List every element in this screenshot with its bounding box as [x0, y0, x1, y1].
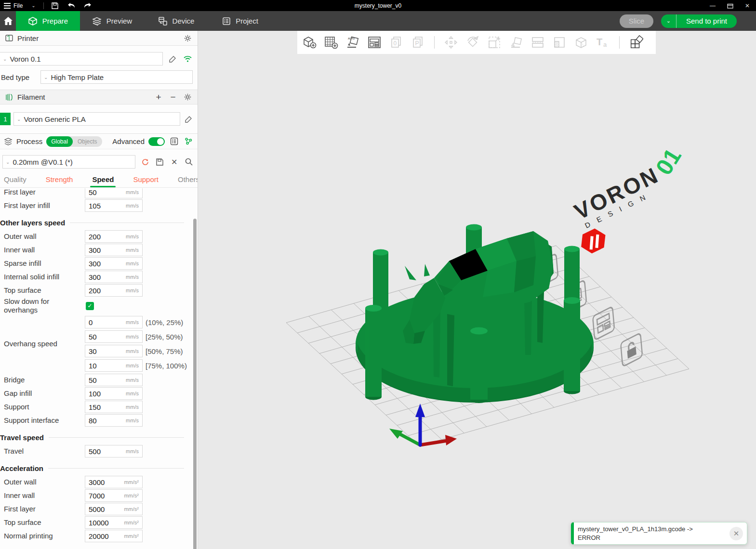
remove-filament-icon[interactable]: −: [168, 92, 178, 103]
setting-input[interactable]: 7000mm/s²: [85, 489, 143, 502]
slice-button[interactable]: Slice: [620, 14, 653, 28]
section-title: Travel speed: [0, 433, 44, 442]
minimize-button[interactable]: —: [704, 0, 721, 11]
redo-icon[interactable]: [80, 0, 96, 11]
setting-input[interactable]: 300mm/s: [85, 244, 143, 256]
range-note: (10%, 25%): [146, 318, 183, 327]
setting-input[interactable]: 300mm/s: [85, 257, 143, 270]
setting-input[interactable]: 5000mm/s²: [85, 503, 143, 515]
save-icon[interactable]: [47, 0, 63, 11]
setting-input[interactable]: 150mm/s: [85, 401, 143, 413]
scope-global-tab[interactable]: Global: [46, 136, 73, 147]
dropdown-chevron-icon: ⌄: [44, 75, 48, 80]
home-button[interactable]: [0, 11, 16, 31]
nav-tab-preview[interactable]: Preview: [80, 11, 144, 31]
setting-unit: mm/s: [126, 319, 139, 325]
setting-input[interactable]: 200mm/s: [85, 230, 143, 243]
add-filament-icon[interactable]: +: [153, 92, 164, 103]
printer-settings-gear-icon[interactable]: [182, 33, 193, 43]
svg-text:a: a: [603, 41, 607, 48]
setting-label: Gap infill: [4, 389, 85, 398]
process-scope-switch: Global Objects: [46, 136, 102, 147]
advanced-toggle[interactable]: [148, 137, 165, 146]
clear-profile-icon[interactable]: ✕: [170, 157, 179, 167]
add-model-icon[interactable]: [302, 35, 317, 50]
setting-row: Normal printing20000mm/s²: [0, 529, 193, 543]
scope-objects-tab[interactable]: Objects: [73, 136, 102, 147]
setting-value: 0: [89, 318, 126, 327]
nav-tab-label: Preview: [106, 17, 132, 25]
reset-profile-icon[interactable]: [140, 157, 150, 167]
maximize-button[interactable]: [721, 0, 739, 11]
viewport-toolbar: AUTO0PTa: [297, 31, 656, 54]
file-menu[interactable]: File: [0, 0, 27, 11]
svg-text:T: T: [597, 37, 602, 47]
search-settings-icon[interactable]: [184, 157, 194, 167]
setting-input[interactable]: 3000mm/s²: [85, 476, 143, 488]
setting-input[interactable]: 100mm/s: [85, 387, 143, 400]
process-tab-speed[interactable]: Speed: [89, 175, 117, 187]
voron-logo-icon: [576, 225, 610, 256]
cut-icon: [531, 35, 545, 50]
setting-value: 50: [89, 376, 126, 384]
parameter-list-icon[interactable]: [169, 136, 179, 147]
setting-row: Support150mm/s: [0, 400, 193, 414]
process-tab-quality[interactable]: Quality: [1, 175, 29, 187]
auto-orient-icon[interactable]: AUTO: [345, 35, 360, 50]
assembly-view-icon[interactable]: [629, 35, 643, 50]
process-profile-select[interactable]: ⌄ 0.20mm @V0.1 (*): [2, 155, 135, 169]
setting-input[interactable]: 0mm/s: [85, 316, 143, 328]
undo-icon[interactable]: [63, 0, 80, 11]
setting-label: Slow down for overhangs: [4, 297, 85, 314]
send-to-print-button[interactable]: Send to print: [676, 14, 737, 28]
setting-input[interactable]: 80mm/s: [85, 414, 143, 427]
nav-tab-device[interactable]: Device: [144, 11, 208, 31]
process-tab-others[interactable]: Others: [175, 175, 198, 187]
nav-tab-prepare[interactable]: Prepare: [16, 11, 80, 31]
viewport-3d[interactable]: AUTO0PTa VORON DESIGN: [199, 31, 756, 549]
setting-input[interactable]: 105mm/s: [85, 199, 143, 212]
setting-label: Bridge: [4, 376, 85, 384]
setting-value: 20000: [89, 532, 124, 540]
project-icon: [222, 17, 231, 26]
edit-printer-icon[interactable]: [167, 53, 178, 64]
setting-row: Bridge50mm/s: [0, 373, 193, 387]
nav-tab-project[interactable]: Project: [208, 11, 272, 31]
filament-select[interactable]: ⌄ Voron Generic PLA: [13, 112, 180, 126]
parameter-tree-icon[interactable]: [183, 136, 194, 147]
toast-close-button[interactable]: ✕: [729, 527, 743, 540]
printer-select[interactable]: ⌄ Voron 0.1: [0, 52, 163, 65]
edit-filament-icon[interactable]: [183, 114, 194, 124]
save-profile-icon[interactable]: [155, 157, 164, 167]
setting-input[interactable]: 50mm/s: [85, 188, 143, 198]
setting-unit: mm/s: [126, 363, 139, 368]
setting-input[interactable]: 10mm/s: [85, 359, 143, 372]
setting-input[interactable]: 500mm/s: [85, 445, 143, 458]
setting-input[interactable]: 300mm/s: [85, 271, 143, 283]
arrange-icon[interactable]: [367, 35, 382, 50]
setting-value: 10000: [89, 519, 124, 527]
setting-input[interactable]: 50mm/s: [85, 330, 143, 343]
build-plate-scene[interactable]: VORON DESIGN 01: [199, 54, 756, 549]
settings-scrollbar[interactable]: [193, 219, 197, 549]
setting-input[interactable]: 50mm/s: [85, 374, 143, 386]
setting-input[interactable]: 20000mm/s²: [85, 530, 143, 542]
checkbox-checked[interactable]: ✓: [86, 302, 94, 310]
send-options-chevron-icon[interactable]: ⌄: [661, 14, 676, 28]
copy-icon: 0: [389, 35, 403, 50]
nav-tab-label: Project: [236, 17, 258, 25]
bed-type-select[interactable]: ⌄ High Temp Plate: [40, 70, 193, 84]
setting-row: Sparse infill300mm/s: [0, 257, 193, 270]
process-tab-strength[interactable]: Strength: [43, 175, 76, 187]
title-bar: File ⌄ mystery_tower_v0 — ✕: [0, 0, 756, 11]
setting-input[interactable]: 10000mm/s²: [85, 516, 143, 529]
close-button[interactable]: ✕: [739, 0, 756, 11]
printer-connection-wifi-icon[interactable]: [182, 53, 193, 64]
add-plate-icon[interactable]: [324, 35, 338, 50]
filament-settings-gear-icon[interactable]: [182, 92, 193, 103]
setting-input[interactable]: 30mm/s: [85, 345, 143, 357]
setting-input[interactable]: 200mm/s: [85, 284, 143, 297]
arrange-plate-icon[interactable]: [593, 306, 614, 340]
process-tab-support[interactable]: Support: [130, 175, 161, 187]
menu-chevron-icon[interactable]: ⌄: [27, 3, 40, 8]
